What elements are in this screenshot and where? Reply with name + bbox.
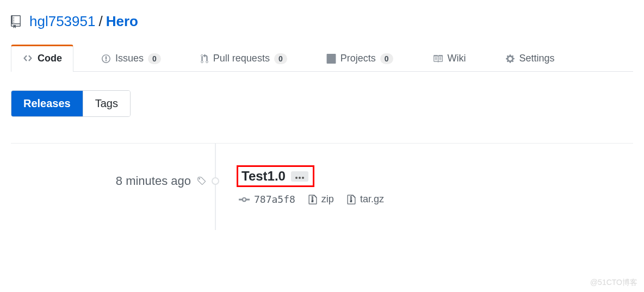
release-row: 8 minutes ago Test1.0 <box>11 143 633 230</box>
book-icon <box>432 54 443 64</box>
repo-breadcrumb: hgl753951 / Hero <box>11 13 633 30</box>
release-title-highlight: Test1.0 <box>237 165 314 187</box>
expand-release-button[interactable] <box>291 171 308 182</box>
tab-counter: 0 <box>380 53 393 64</box>
repo-icon <box>11 15 24 28</box>
release-timestamp: 8 minutes ago <box>116 174 191 188</box>
ellipsis-icon <box>295 177 304 179</box>
file-zip-icon <box>347 194 356 205</box>
download-zip-link[interactable]: zip <box>308 194 334 205</box>
project-icon <box>326 54 336 64</box>
repo-owner-link[interactable]: hgl753951 <box>29 13 95 30</box>
tab-label: Settings <box>519 53 555 64</box>
file-zip-icon <box>308 194 317 205</box>
tab-label: Code <box>38 53 62 64</box>
subnav-releases[interactable]: Releases <box>11 91 83 116</box>
tab-label: Projects <box>340 53 376 64</box>
pull-request-icon <box>200 54 209 64</box>
tab-wiki[interactable]: Wiki <box>421 45 478 72</box>
repo-tabs: Code Issues 0 Pull requests 0 Projects 0 <box>11 44 633 72</box>
commit-icon <box>239 195 250 204</box>
repo-name-link[interactable]: Hero <box>106 13 138 30</box>
tab-code[interactable]: Code <box>11 45 73 72</box>
release-title[interactable]: Test1.0 <box>242 169 286 184</box>
tab-counter: 0 <box>148 53 161 64</box>
timeline-dot <box>212 177 219 185</box>
tab-counter: 0 <box>274 53 287 64</box>
tab-pull-requests[interactable]: Pull requests 0 <box>189 45 299 72</box>
tab-label: Wiki <box>448 53 466 64</box>
gear-icon <box>505 54 515 64</box>
tab-projects[interactable]: Projects 0 <box>315 45 405 72</box>
tab-settings[interactable]: Settings <box>494 45 566 72</box>
asset-label: tar.gz <box>360 194 384 205</box>
commit-sha: 787a5f8 <box>254 194 295 205</box>
commit-link[interactable]: 787a5f8 <box>239 194 295 205</box>
download-targz-link[interactable]: tar.gz <box>347 194 384 205</box>
subnav-tags[interactable]: Tags <box>83 91 130 116</box>
tag-icon <box>196 176 206 186</box>
tab-issues[interactable]: Issues 0 <box>90 45 172 72</box>
timeline-line <box>215 144 216 230</box>
tab-label: Issues <box>115 53 144 64</box>
asset-label: zip <box>321 194 334 205</box>
releases-tags-switch: Releases Tags <box>11 90 131 117</box>
breadcrumb-separator: / <box>98 13 102 30</box>
tab-label: Pull requests <box>213 53 270 64</box>
code-icon <box>22 53 33 63</box>
issue-icon <box>101 54 111 64</box>
